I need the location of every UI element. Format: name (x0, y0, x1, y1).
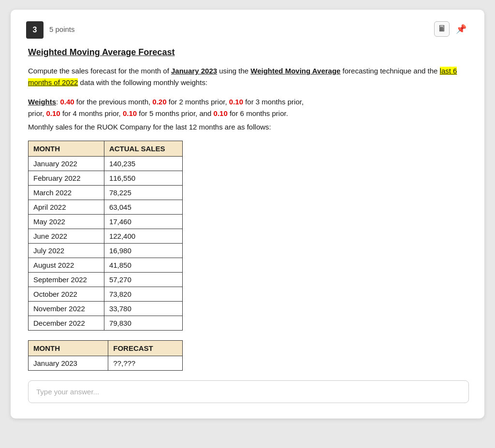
desc-january-2023: January 2023 (171, 67, 217, 75)
table-row: December 202279,830 (29, 316, 183, 331)
weight-6-text: for 6 months prior. (228, 109, 288, 117)
table-row: February 2022116,550 (29, 171, 183, 186)
cell-sales: 57,270 (104, 273, 182, 287)
weight-4-value: 0.10 (46, 109, 60, 117)
weight-3-value: 0.10 (229, 98, 243, 106)
cell-sales: 122,400 (104, 229, 182, 244)
table-row: April 202263,045 (29, 200, 183, 215)
table-row: September 202257,270 (29, 273, 183, 287)
weight-2-value: 0.20 (152, 98, 166, 106)
cell-sales: 79,830 (104, 316, 182, 331)
table-row: November 202233,780 (29, 302, 183, 316)
forecast-table-header-forecast: FORECAST (108, 341, 183, 356)
cell-sales: 16,980 (104, 244, 182, 258)
cell-sales: 73,820 (104, 287, 182, 302)
cell-month: October 2022 (29, 287, 104, 302)
table-row: January 2023??,??? (29, 356, 183, 371)
calculator-icon: 🖩 (438, 24, 446, 34)
weight-3-text: for 3 months prior, (243, 98, 304, 106)
cell-sales: 63,045 (104, 200, 182, 215)
cell-month: August 2022 (29, 258, 104, 273)
desc-text-3: forecasting technique and the (340, 67, 439, 75)
pin-button[interactable]: 📌 (453, 21, 469, 37)
cell-month: November 2022 (29, 302, 104, 316)
cell-month: March 2022 (29, 186, 104, 200)
weight-5-text: for 5 months prior, and (137, 109, 213, 117)
table-row: July 202216,980 (29, 244, 183, 258)
question-description: Compute the sales forecast for the month… (28, 65, 469, 88)
desc-text-1: Compute the sales forecast for the month… (28, 67, 171, 75)
forecast-table: MONTH FORECAST January 2023??,??? (28, 340, 183, 371)
weight-1-text: for the previous month, (74, 98, 153, 106)
weight-5-value: 0.10 (123, 109, 137, 117)
cell-month: January 2022 (29, 157, 104, 171)
weight-2-text: for 2 months prior, (167, 98, 229, 106)
points-label: 5 points (49, 25, 75, 33)
cell-month: July 2022 (29, 244, 104, 258)
table-row: October 202273,820 (29, 287, 183, 302)
cell-month: June 2022 (29, 229, 104, 244)
weights-description: Weights: 0.40 for the previous month, 0.… (28, 96, 469, 119)
table-row: August 202241,850 (29, 258, 183, 273)
cell-sales: 116,550 (104, 171, 182, 186)
answer-input[interactable]: Type your answer... (28, 380, 469, 403)
cell-month: May 2022 (29, 215, 104, 229)
cell-sales: 41,850 (104, 258, 182, 273)
weight-4-text: for 4 months prior, (60, 109, 123, 117)
question-card: 3 5 points 🖩 📌 Weighted Moving Average F… (11, 10, 484, 419)
desc-text-2: using the (217, 67, 250, 75)
weight-4-prefix: prior, (28, 109, 46, 117)
forecast-table-header-month: MONTH (29, 341, 108, 356)
sales-table: MONTH ACTUAL SALES January 2022140,235Fe… (28, 141, 183, 331)
pin-icon: 📌 (456, 24, 466, 34)
calculator-button[interactable]: 🖩 (434, 21, 450, 37)
card-header: 3 5 points 🖩 📌 (26, 21, 469, 39)
weights-colon: : (56, 98, 58, 106)
table-row: January 2022140,235 (29, 157, 183, 171)
desc-text-4: data with the following monthly weights: (78, 78, 207, 87)
cell-sales: 17,460 (104, 215, 182, 229)
cell-sales: 33,780 (104, 302, 182, 316)
question-number: 3 (26, 21, 44, 39)
header-icons: 🖩 📌 (434, 21, 469, 37)
question-title: Weighted Moving Average Forecast (28, 47, 469, 58)
desc-wma: Weighted Moving Average (250, 67, 340, 75)
cell-sales: 78,225 (104, 186, 182, 200)
cell-month: April 2022 (29, 200, 104, 215)
table-row: March 202278,225 (29, 186, 183, 200)
weight-6-value: 0.10 (214, 109, 228, 117)
monthly-sales-intro: Monthly sales for the RUOK Company for t… (28, 121, 469, 133)
table-row: May 202217,460 (29, 215, 183, 229)
weight-1-value: 0.40 (60, 98, 74, 106)
question-content: Weighted Moving Average Forecast Compute… (26, 47, 469, 403)
cell-sales: 140,235 (104, 157, 182, 171)
sales-table-header-month: MONTH (29, 141, 104, 157)
cell-month: December 2022 (29, 316, 104, 331)
cell-month: September 2022 (29, 273, 104, 287)
cell-forecast: ??,??? (108, 356, 183, 371)
cell-month: January 2023 (29, 356, 108, 371)
cell-month: February 2022 (29, 171, 104, 186)
table-row: June 2022122,400 (29, 229, 183, 244)
weights-label: Weights (28, 98, 56, 106)
sales-table-header-actual: ACTUAL SALES (104, 141, 182, 157)
